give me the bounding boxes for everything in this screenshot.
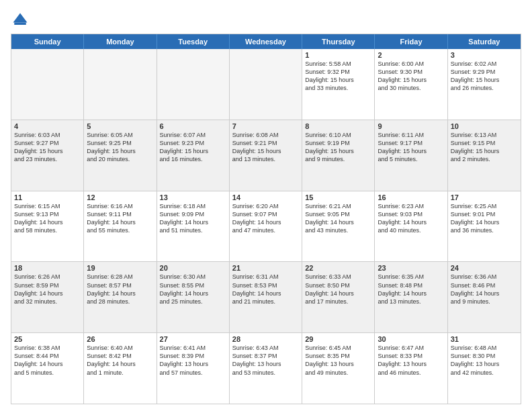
- svg-marker-0: [13, 13, 28, 23]
- day-info: Sunrise: 6:38 AM Sunset: 8:44 PM Dayligh…: [14, 344, 81, 377]
- calendar-cell: 19Sunrise: 6:28 AM Sunset: 8:57 PM Dayli…: [84, 262, 157, 332]
- calendar-cell: 20Sunrise: 6:30 AM Sunset: 8:55 PM Dayli…: [157, 262, 230, 332]
- calendar-cell: 16Sunrise: 6:23 AM Sunset: 9:03 PM Dayli…: [375, 191, 447, 262]
- day-info: Sunrise: 6:40 AM Sunset: 8:42 PM Dayligh…: [87, 344, 153, 377]
- calendar-row-0: 1Sunrise: 5:58 AM Sunset: 9:32 PM Daylig…: [11, 49, 521, 120]
- day-info: Sunrise: 6:31 AM Sunset: 8:53 PM Dayligh…: [232, 273, 299, 306]
- svg-rect-1: [14, 23, 26, 26]
- day-header-saturday: Saturday: [448, 34, 521, 49]
- day-info: Sunrise: 6:13 AM Sunset: 9:15 PM Dayligh…: [451, 131, 518, 164]
- calendar: SundayMondayTuesdayWednesdayThursdayFrid…: [11, 34, 521, 404]
- day-info: Sunrise: 6:18 AM Sunset: 9:09 PM Dayligh…: [160, 202, 226, 235]
- day-number: 3: [451, 51, 518, 59]
- day-number: 10: [451, 122, 518, 130]
- calendar-cell: [157, 49, 230, 120]
- calendar-cell: 15Sunrise: 6:21 AM Sunset: 9:05 PM Dayli…: [302, 191, 375, 262]
- calendar-cell: 26Sunrise: 6:40 AM Sunset: 8:42 PM Dayli…: [84, 333, 157, 404]
- day-number: 20: [160, 264, 226, 272]
- calendar-cell: 1Sunrise: 5:58 AM Sunset: 9:32 PM Daylig…: [302, 49, 375, 120]
- calendar-cell: 28Sunrise: 6:43 AM Sunset: 8:37 PM Dayli…: [230, 333, 302, 404]
- calendar-row-1: 4Sunrise: 6:03 AM Sunset: 9:27 PM Daylig…: [11, 120, 521, 191]
- calendar-cell: [84, 49, 157, 120]
- calendar-cell: 10Sunrise: 6:13 AM Sunset: 9:15 PM Dayli…: [448, 120, 521, 191]
- calendar-cell: 29Sunrise: 6:45 AM Sunset: 8:35 PM Dayli…: [302, 333, 375, 404]
- day-info: Sunrise: 6:47 AM Sunset: 8:33 PM Dayligh…: [378, 344, 444, 377]
- calendar-cell: 22Sunrise: 6:33 AM Sunset: 8:50 PM Dayli…: [302, 262, 375, 332]
- day-number: 4: [14, 122, 81, 130]
- page-header: [11, 11, 521, 30]
- calendar-cell: 5Sunrise: 6:05 AM Sunset: 9:25 PM Daylig…: [84, 120, 157, 191]
- day-info: Sunrise: 6:30 AM Sunset: 8:55 PM Dayligh…: [160, 273, 226, 306]
- day-info: Sunrise: 6:07 AM Sunset: 9:23 PM Dayligh…: [160, 131, 226, 164]
- logo: [11, 11, 32, 30]
- day-info: Sunrise: 5:58 AM Sunset: 9:32 PM Dayligh…: [305, 60, 371, 93]
- calendar-cell: [230, 49, 302, 120]
- day-number: 9: [378, 122, 444, 130]
- calendar-cell: 27Sunrise: 6:41 AM Sunset: 8:39 PM Dayli…: [157, 333, 230, 404]
- day-info: Sunrise: 6:15 AM Sunset: 9:13 PM Dayligh…: [14, 202, 81, 235]
- day-number: 5: [87, 122, 153, 130]
- calendar-cell: 13Sunrise: 6:18 AM Sunset: 9:09 PM Dayli…: [157, 191, 230, 262]
- day-number: 12: [87, 193, 153, 201]
- calendar-cell: 21Sunrise: 6:31 AM Sunset: 8:53 PM Dayli…: [230, 262, 302, 332]
- day-number: 29: [305, 335, 371, 343]
- calendar-body: 1Sunrise: 5:58 AM Sunset: 9:32 PM Daylig…: [11, 49, 521, 404]
- day-info: Sunrise: 6:23 AM Sunset: 9:03 PM Dayligh…: [378, 202, 444, 235]
- day-header-tuesday: Tuesday: [157, 34, 230, 49]
- day-info: Sunrise: 6:48 AM Sunset: 8:30 PM Dayligh…: [451, 344, 518, 377]
- day-info: Sunrise: 6:16 AM Sunset: 9:11 PM Dayligh…: [87, 202, 153, 235]
- day-info: Sunrise: 6:11 AM Sunset: 9:17 PM Dayligh…: [378, 131, 444, 164]
- day-info: Sunrise: 6:35 AM Sunset: 8:48 PM Dayligh…: [378, 273, 444, 306]
- day-info: Sunrise: 6:02 AM Sunset: 9:29 PM Dayligh…: [451, 60, 518, 93]
- day-number: 1: [305, 51, 371, 59]
- day-number: 22: [305, 264, 371, 272]
- calendar-cell: 2Sunrise: 6:00 AM Sunset: 9:30 PM Daylig…: [375, 49, 447, 120]
- day-info: Sunrise: 6:26 AM Sunset: 8:59 PM Dayligh…: [14, 273, 81, 306]
- day-number: 15: [305, 193, 371, 201]
- day-header-friday: Friday: [375, 34, 447, 49]
- calendar-cell: 7Sunrise: 6:08 AM Sunset: 9:21 PM Daylig…: [230, 120, 302, 191]
- day-number: 2: [378, 51, 444, 59]
- day-number: 13: [160, 193, 226, 201]
- calendar-cell: 9Sunrise: 6:11 AM Sunset: 9:17 PM Daylig…: [375, 120, 447, 191]
- day-number: 8: [305, 122, 371, 130]
- day-number: 25: [14, 335, 81, 343]
- calendar-row-3: 18Sunrise: 6:26 AM Sunset: 8:59 PM Dayli…: [11, 262, 521, 333]
- day-header-wednesday: Wednesday: [230, 34, 302, 49]
- day-info: Sunrise: 6:25 AM Sunset: 9:01 PM Dayligh…: [451, 202, 518, 235]
- day-info: Sunrise: 6:21 AM Sunset: 9:05 PM Dayligh…: [305, 202, 371, 235]
- day-number: 17: [451, 193, 518, 201]
- calendar-cell: 17Sunrise: 6:25 AM Sunset: 9:01 PM Dayli…: [448, 191, 521, 262]
- day-number: 18: [14, 264, 81, 272]
- day-number: 23: [378, 264, 444, 272]
- day-number: 11: [14, 193, 81, 201]
- day-number: 16: [378, 193, 444, 201]
- day-header-sunday: Sunday: [11, 34, 84, 49]
- day-header-monday: Monday: [84, 34, 157, 49]
- day-number: 26: [87, 335, 153, 343]
- calendar-cell: 14Sunrise: 6:20 AM Sunset: 9:07 PM Dayli…: [230, 191, 302, 262]
- day-number: 14: [232, 193, 299, 201]
- day-number: 19: [87, 264, 153, 272]
- calendar-cell: 8Sunrise: 6:10 AM Sunset: 9:19 PM Daylig…: [302, 120, 375, 191]
- day-info: Sunrise: 6:33 AM Sunset: 8:50 PM Dayligh…: [305, 273, 371, 306]
- day-number: 30: [378, 335, 444, 343]
- day-info: Sunrise: 6:00 AM Sunset: 9:30 PM Dayligh…: [378, 60, 444, 93]
- day-number: 6: [160, 122, 226, 130]
- day-number: 31: [451, 335, 518, 343]
- day-info: Sunrise: 6:28 AM Sunset: 8:57 PM Dayligh…: [87, 273, 153, 306]
- day-info: Sunrise: 6:36 AM Sunset: 8:46 PM Dayligh…: [451, 273, 518, 306]
- day-info: Sunrise: 6:08 AM Sunset: 9:21 PM Dayligh…: [232, 131, 299, 164]
- calendar-cell: 23Sunrise: 6:35 AM Sunset: 8:48 PM Dayli…: [375, 262, 447, 332]
- calendar-cell: 11Sunrise: 6:15 AM Sunset: 9:13 PM Dayli…: [11, 191, 84, 262]
- calendar-cell: 30Sunrise: 6:47 AM Sunset: 8:33 PM Dayli…: [375, 333, 447, 404]
- day-info: Sunrise: 6:10 AM Sunset: 9:19 PM Dayligh…: [305, 131, 371, 164]
- calendar-cell: 3Sunrise: 6:02 AM Sunset: 9:29 PM Daylig…: [448, 49, 521, 120]
- day-info: Sunrise: 6:43 AM Sunset: 8:37 PM Dayligh…: [232, 344, 299, 377]
- day-number: 28: [232, 335, 299, 343]
- calendar-row-2: 11Sunrise: 6:15 AM Sunset: 9:13 PM Dayli…: [11, 191, 521, 263]
- calendar-row-4: 25Sunrise: 6:38 AM Sunset: 8:44 PM Dayli…: [11, 333, 521, 404]
- calendar-header: SundayMondayTuesdayWednesdayThursdayFrid…: [11, 34, 521, 49]
- day-number: 24: [451, 264, 518, 272]
- calendar-cell: 25Sunrise: 6:38 AM Sunset: 8:44 PM Dayli…: [11, 333, 84, 404]
